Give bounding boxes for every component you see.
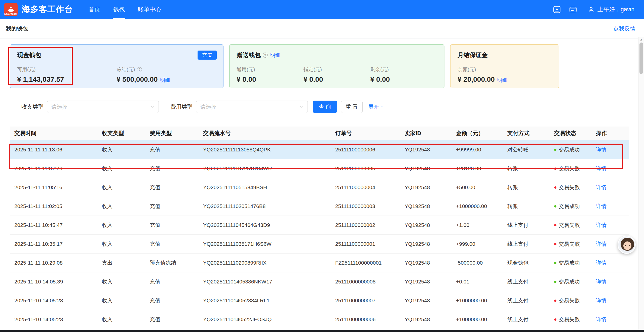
cell-fee: 充值 bbox=[145, 178, 199, 197]
deposit-title: 月结保证金 bbox=[458, 51, 552, 59]
cell-amount: +1000000.00 bbox=[451, 310, 503, 329]
feedback-link[interactable]: 点我反馈 bbox=[613, 25, 635, 32]
header-time: 交易时间 bbox=[10, 127, 97, 140]
detail-link[interactable]: 详情 bbox=[596, 203, 607, 209]
detail-link[interactable]: 详情 bbox=[596, 147, 607, 152]
detail-link[interactable]: 详情 bbox=[596, 184, 607, 190]
cell-serial: YQ202511111035171H6S6W bbox=[199, 234, 331, 253]
cell-type: 支出 bbox=[97, 253, 145, 272]
app-logo[interactable]: SeaDocker bbox=[4, 3, 18, 16]
detail-link[interactable]: 详情 bbox=[596, 279, 607, 284]
nav-item-wallet[interactable]: 钱包 bbox=[107, 0, 131, 19]
cell-seller: YQ192548 bbox=[400, 140, 451, 159]
reset-button[interactable]: 重 置 bbox=[341, 101, 363, 113]
cell-method: 对公转账 bbox=[503, 140, 550, 159]
cell-time: 2025-11-11 11:07:26 bbox=[10, 159, 97, 178]
table-row: 2025-11-10 14:05:28 收入 充值 YQ202511101405… bbox=[10, 291, 629, 310]
fee-type-select[interactable]: 请选择 bbox=[196, 101, 308, 113]
table-header-row: 交易时间 收支类型 费用类型 交易流水号 订单号 卖家ID 金额（元） 支付方式… bbox=[10, 127, 629, 140]
page-header: 我的钱包 点我反馈 bbox=[0, 19, 644, 38]
cell-type: 收入 bbox=[97, 159, 145, 178]
cell-amount: +1.00 bbox=[451, 216, 503, 234]
detail-link[interactable]: 详情 bbox=[596, 298, 607, 303]
cell-order: 25111000000008 bbox=[331, 272, 400, 291]
gift-detail-link[interactable]: 明细 bbox=[270, 52, 280, 59]
table-row: 2025-11-11 11:07:26 收入 充值 YQ202511111107… bbox=[10, 159, 629, 178]
main-content: 现金钱包 充值 可用(元) ¥ 1,143,037.57 冻结(元) ? ¥ 5… bbox=[10, 38, 629, 329]
table-row: 2025-11-11 10:45:47 收入 充值 YQ202511111045… bbox=[10, 216, 629, 234]
user-menu[interactable]: 上午好，gavin bbox=[587, 6, 634, 13]
status-dot bbox=[554, 318, 556, 321]
cell-order: 25111100000006 bbox=[331, 140, 400, 159]
detail-link[interactable]: 详情 bbox=[596, 165, 607, 171]
income-type-select[interactable]: 请选择 bbox=[47, 101, 159, 113]
cell-method: 转账 bbox=[503, 178, 550, 197]
header-seller: 卖家ID bbox=[400, 127, 451, 140]
cell-serial: YQ20251110140522JEOSJQ bbox=[199, 310, 331, 329]
cell-action: 详情 bbox=[591, 272, 629, 291]
detail-link[interactable]: 详情 bbox=[596, 260, 607, 266]
cell-status: 交易成功 bbox=[550, 197, 591, 216]
status-dot bbox=[554, 224, 556, 226]
gift-help-icon[interactable]: ? bbox=[263, 53, 268, 58]
recharge-button[interactable]: 充值 bbox=[198, 51, 217, 60]
detail-link[interactable]: 详情 bbox=[596, 241, 607, 247]
detail-link[interactable]: 详情 bbox=[596, 316, 607, 322]
transactions-table: 交易时间 收支类型 费用类型 交易流水号 订单号 卖家ID 金额（元） 支付方式… bbox=[10, 127, 629, 329]
cell-method: 线上支付 bbox=[503, 310, 550, 329]
taskbar-edge bbox=[0, 330, 644, 332]
nav-item-billing-center[interactable]: 账单中心 bbox=[131, 0, 168, 19]
deposit-card: 月结保证金 余额(元) ¥ 20,000.00 明细 bbox=[450, 44, 559, 88]
cell-status: 交易成功 bbox=[550, 253, 591, 272]
download-icon[interactable] bbox=[552, 5, 562, 14]
scrollbar-thumb[interactable] bbox=[639, 43, 643, 74]
cell-amount: +23123.00 bbox=[451, 159, 503, 178]
billing-icon[interactable] bbox=[568, 5, 578, 14]
cell-type: 收入 bbox=[97, 310, 145, 329]
cell-serial: YQ20251111102051476B8 bbox=[199, 197, 331, 216]
cell-seller: YQ192548 bbox=[400, 159, 451, 178]
cell-seller: YQ192548 bbox=[400, 253, 451, 272]
user-greeting: 上午好，gavin bbox=[597, 6, 634, 13]
gift-remaining-label: 剩余(元) bbox=[370, 66, 437, 73]
cell-action: 详情 bbox=[591, 291, 629, 310]
cell-action: 详情 bbox=[591, 253, 629, 272]
deposit-detail-link[interactable]: 明细 bbox=[497, 77, 507, 84]
frozen-help-icon[interactable]: ? bbox=[137, 67, 142, 72]
table-row: 2025-11-10 14:05:39 收入 充值 YQ202511101405… bbox=[10, 272, 629, 291]
cell-order: 25111100000003 bbox=[331, 197, 400, 216]
cell-seller: YQ192548 bbox=[400, 178, 451, 197]
cell-seller: YQ192548 bbox=[400, 272, 451, 291]
cell-status: 交易失败 bbox=[550, 178, 591, 197]
cell-fee: 充值 bbox=[145, 216, 199, 234]
cell-status: 交易失败 bbox=[550, 291, 591, 310]
frozen-detail-link[interactable]: 明细 bbox=[160, 77, 170, 84]
cell-amount: +500.00 bbox=[451, 178, 503, 197]
header-serial: 交易流水号 bbox=[199, 127, 331, 140]
cell-time: 2025-11-10 14:05:39 bbox=[10, 272, 97, 291]
query-button[interactable]: 查 询 bbox=[313, 101, 337, 113]
income-type-label: 收支类型 bbox=[21, 103, 44, 111]
status-dot bbox=[554, 281, 556, 283]
cell-time: 2025-11-11 11:05:16 bbox=[10, 178, 97, 197]
avatar-face bbox=[623, 241, 631, 250]
nav-item-home[interactable]: 首页 bbox=[82, 0, 107, 19]
cell-serial: YQ2025111014052884LRL1 bbox=[199, 291, 331, 310]
cell-serial: YQ202511101405386NKW17 bbox=[199, 272, 331, 291]
cell-action: 详情 bbox=[591, 216, 629, 234]
table-row: 2025-11-11 10:29:08 支出 预充值冻结 YQ202511111… bbox=[10, 253, 629, 272]
available-label: 可用(元) bbox=[17, 66, 117, 73]
vertical-scrollbar[interactable]: ▲ bbox=[638, 37, 644, 332]
frozen-value: ¥ 500,000.00 bbox=[117, 75, 158, 84]
cell-seller: YQ192548 bbox=[400, 197, 451, 216]
deposit-balance-value: ¥ 20,000.00 bbox=[458, 75, 495, 84]
detail-link[interactable]: 详情 bbox=[596, 222, 607, 228]
table-row: 2025-11-11 10:35:17 收入 充值 YQ202511111035… bbox=[10, 234, 629, 253]
scroll-up-arrow[interactable]: ▲ bbox=[638, 37, 644, 41]
expand-link[interactable]: 展开 bbox=[368, 103, 384, 110]
cell-type: 收入 bbox=[97, 216, 145, 234]
assistant-avatar[interactable] bbox=[618, 236, 636, 254]
cell-serial: YQ2025111110515849BSH bbox=[199, 178, 331, 197]
table-row: 2025-11-11 11:05:16 收入 充值 YQ202511111051… bbox=[10, 178, 629, 197]
filter-bar: 收支类型 请选择 费用类型 请选择 查 询 重 置 展开 bbox=[10, 101, 629, 113]
